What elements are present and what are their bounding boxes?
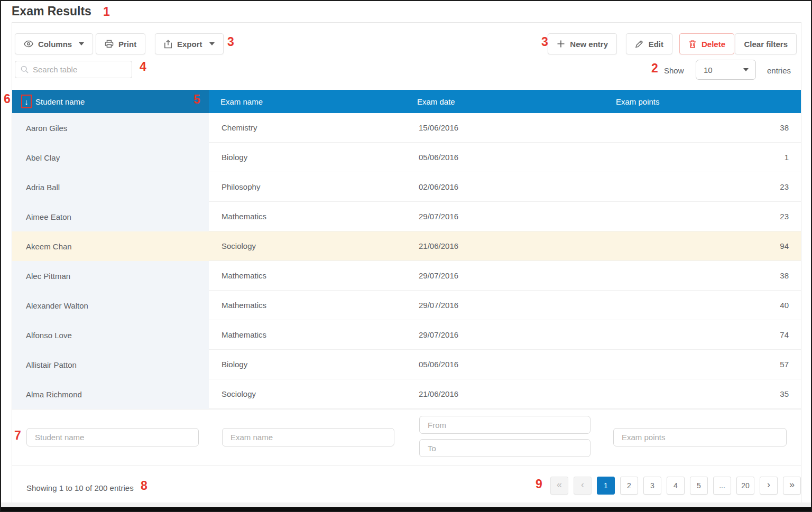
caret-down-icon [209, 42, 215, 45]
table-cell[interactable]: 40 [547, 291, 801, 320]
table-cell[interactable]: Aaron Giles [12, 113, 209, 143]
magnifier-icon [21, 66, 29, 73]
delete-button[interactable]: Delete [679, 33, 734, 54]
table-cell[interactable]: Sociology [209, 379, 404, 409]
table-cell[interactable]: 21/06/2016 [404, 231, 547, 261]
edit-button-label: Edit [649, 40, 663, 49]
show-entries-value: 10 [704, 66, 713, 75]
table-cell[interactable]: Philosophy [209, 172, 404, 202]
table-cell[interactable]: 02/06/2016 [404, 172, 547, 202]
column-header-label: Exam points [616, 97, 660, 106]
clear-filters-button[interactable]: Clear filters [735, 33, 797, 54]
table-header: ↓ Student name Exam name Exam date Exam … [12, 90, 801, 113]
search-box [15, 61, 132, 78]
columns-button[interactable]: Columns [15, 33, 93, 54]
page-2-button[interactable]: 2 [620, 477, 638, 495]
show-entries-select[interactable]: 10 [696, 60, 756, 80]
page-5-button[interactable]: 5 [690, 477, 708, 495]
student-name-filter-input[interactable] [26, 428, 199, 446]
caret-down-icon [743, 68, 749, 71]
table-cell[interactable]: Allistair Patton [12, 350, 209, 379]
new-entry-button[interactable]: New entry [548, 33, 617, 54]
table-cell[interactable]: 21/06/2016 [404, 379, 547, 409]
print-button[interactable]: Print [96, 33, 145, 54]
column-header-exam-name[interactable]: Exam name [209, 90, 404, 113]
column-header-label: Exam date [417, 97, 455, 106]
next-page-button[interactable]: › [760, 477, 778, 495]
table-cell[interactable]: Sociology [209, 231, 404, 261]
table-row[interactable]: Alfonso LoveMathematics29/07/201674 [12, 320, 801, 350]
exam-name-filter-input[interactable] [222, 428, 394, 446]
column-header-student-name[interactable]: ↓ Student name [12, 90, 209, 113]
annotation-3-right: 3 [541, 36, 548, 48]
table-row[interactable]: Aimee EatonMathematics29/07/201623 [12, 202, 801, 231]
table-cell[interactable]: 05/06/2016 [404, 143, 547, 172]
delete-button-label: Delete [702, 40, 725, 49]
table-cell[interactable]: Alexander Walton [12, 291, 209, 320]
table-cell[interactable]: Alec Pittman [12, 261, 209, 291]
table-cell[interactable]: Aimee Eaton [12, 202, 209, 231]
table-row[interactable]: Aaron GilesChemistry15/06/201638 [12, 113, 801, 143]
table-cell[interactable]: Mathematics [209, 291, 404, 320]
table-cell[interactable]: Akeem Chan [12, 231, 209, 261]
table-row[interactable]: Alma RichmondSociology21/06/201635 [12, 379, 801, 409]
table-cell[interactable]: 15/06/2016 [404, 113, 547, 143]
sort-descending-icon[interactable]: ↓ [21, 95, 32, 108]
table-cell[interactable]: 23 [547, 172, 801, 202]
table-cell[interactable]: 05/06/2016 [404, 350, 547, 379]
page-20-button[interactable]: 20 [736, 477, 754, 495]
date-to-filter-input[interactable] [419, 439, 590, 457]
table-cell[interactable]: Alfonso Love [12, 320, 209, 350]
search-input[interactable] [33, 65, 126, 74]
table-cell[interactable]: 29/07/2016 [404, 320, 547, 350]
annotation-3-left: 3 [227, 36, 234, 48]
table-cell[interactable]: 38 [547, 113, 801, 143]
table-cell[interactable]: 74 [547, 320, 801, 350]
app-window: Exam Results Columns Print Export [0, 0, 812, 512]
edit-button[interactable]: Edit [626, 33, 672, 54]
annotation-6: 6 [4, 93, 11, 105]
table-cell[interactable]: 57 [547, 350, 801, 379]
table-row[interactable]: Abel ClayBiology05/06/20161 [12, 143, 801, 172]
table-cell[interactable]: Adria Ball [12, 172, 209, 202]
exam-points-filter-input[interactable] [613, 428, 787, 446]
table-cell[interactable]: Alma Richmond [12, 379, 209, 409]
table-cell[interactable]: Chemistry [209, 113, 404, 143]
prev-page-button: ‹ [574, 477, 592, 495]
pencil-icon [635, 40, 644, 48]
plus-icon [557, 40, 565, 48]
table-row[interactable]: Alexander WaltonMathematics29/07/201640 [12, 291, 801, 320]
table-cell[interactable]: Biology [209, 350, 404, 379]
table-cell[interactable]: 29/07/2016 [404, 202, 547, 231]
table-cell[interactable]: 94 [547, 231, 801, 261]
table-cell[interactable]: 29/07/2016 [404, 291, 547, 320]
table-cell[interactable]: Mathematics [209, 320, 404, 350]
date-from-filter-input[interactable] [419, 416, 590, 434]
page-ellipsis-button[interactable]: ... [713, 477, 731, 495]
column-header-exam-points[interactable]: Exam points [547, 90, 801, 113]
table-cell[interactable]: 23 [547, 202, 801, 231]
column-header-label: Student name [35, 97, 85, 106]
table-cell[interactable]: 1 [547, 143, 801, 172]
table-cell[interactable]: 29/07/2016 [404, 261, 547, 291]
last-page-button[interactable]: » [783, 477, 801, 495]
datatable-card: Columns Print Export New entry [12, 22, 801, 504]
table-row-selected[interactable]: Akeem ChanSociology21/06/201694 [12, 231, 801, 261]
pagination: «‹12345...20›» [550, 477, 801, 495]
table-row[interactable]: Adria BallPhilosophy02/06/201623 [12, 172, 801, 202]
table-cell[interactable]: Mathematics [209, 261, 404, 291]
table-row[interactable]: Allistair PattonBiology05/06/201657 [12, 350, 801, 379]
table-cell[interactable]: Mathematics [209, 202, 404, 231]
table-cell[interactable]: Abel Clay [12, 143, 209, 172]
page-3-button[interactable]: 3 [643, 477, 661, 495]
page-4-button[interactable]: 4 [667, 477, 685, 495]
export-button[interactable]: Export [155, 33, 224, 54]
table-cell[interactable]: 35 [547, 379, 801, 409]
page-1-button[interactable]: 1 [597, 477, 615, 495]
entries-label: entries [767, 66, 791, 75]
table-cell[interactable]: 38 [547, 261, 801, 291]
table-row[interactable]: Alec PittmanMathematics29/07/201638 [12, 261, 801, 291]
column-header-exam-date[interactable]: Exam date [404, 90, 547, 113]
first-page-button: « [550, 477, 568, 495]
table-cell[interactable]: Biology [209, 143, 404, 172]
